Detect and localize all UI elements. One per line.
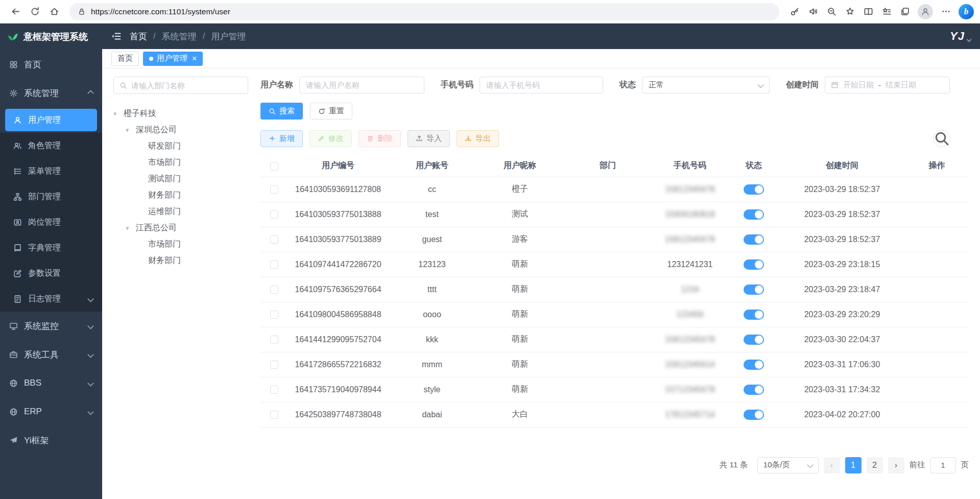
status-toggle[interactable] xyxy=(744,234,764,245)
next-page-button[interactable]: › xyxy=(888,457,904,473)
row-checkbox[interactable] xyxy=(270,210,278,219)
cell-phone: 15906180818 xyxy=(652,202,728,227)
export-button[interactable]: 导出 xyxy=(457,130,499,147)
row-checkbox[interactable] xyxy=(270,286,278,294)
tree-caret-icon[interactable]: ▾ xyxy=(126,126,136,134)
status-toggle[interactable] xyxy=(744,335,764,345)
tree-node[interactable]: 测试部门 xyxy=(113,171,248,187)
cell-user-id: 1641728665572216832 xyxy=(288,352,388,377)
row-checkbox[interactable] xyxy=(270,235,278,244)
select-all-checkbox[interactable] xyxy=(270,162,278,171)
sidebar-item-role-management[interactable]: 角色管理 xyxy=(0,133,102,158)
zoom-out-icon[interactable] xyxy=(822,3,841,21)
sidebar-item-bbs[interactable]: BBS xyxy=(0,369,102,397)
collections-icon[interactable] xyxy=(896,3,914,21)
cell-created: 2023-03-29 18:52:37 xyxy=(779,227,905,252)
row-checkbox[interactable] xyxy=(270,260,278,269)
sidebar-item-param-settings[interactable]: 参数设置 xyxy=(0,260,102,286)
key-icon[interactable] xyxy=(785,3,804,21)
favorites-icon[interactable] xyxy=(877,3,896,21)
prev-page-button[interactable]: ‹ xyxy=(824,457,840,473)
split-screen-icon[interactable] xyxy=(859,3,877,21)
tree-caret-icon[interactable]: ▾ xyxy=(126,224,136,232)
refresh-icon[interactable] xyxy=(26,3,44,21)
favorite-add-icon[interactable] xyxy=(841,3,859,21)
sidebar-item-user-management[interactable]: 用户管理 xyxy=(5,109,97,131)
home-icon[interactable] xyxy=(45,3,63,21)
breadcrumb-item[interactable]: 首页 xyxy=(130,31,147,42)
page-size-select[interactable]: 10条/页 xyxy=(757,457,819,473)
sidebar-item-dept-management[interactable]: 部门管理 xyxy=(0,184,102,209)
row-checkbox[interactable] xyxy=(270,311,278,319)
phone-input[interactable] xyxy=(480,77,603,93)
toggle-search-icon[interactable] xyxy=(933,130,950,147)
row-checkbox[interactable] xyxy=(270,361,278,369)
tree-node[interactable]: ▾橙子科技 xyxy=(113,105,248,122)
sidebar-toggle-icon[interactable] xyxy=(111,31,122,41)
dept-search[interactable] xyxy=(113,77,248,94)
reset-button[interactable]: 重置 xyxy=(310,103,352,120)
tree-node[interactable]: ▾深圳总公司 xyxy=(113,122,248,138)
tree-node[interactable]: 市场部门 xyxy=(113,154,248,171)
status-toggle[interactable] xyxy=(744,310,764,320)
tree-node[interactable]: 财务部门 xyxy=(113,187,248,203)
address-bar[interactable]: https://ccnetcore.com:1101/system/user xyxy=(69,3,779,20)
goto-page-input[interactable] xyxy=(930,457,956,473)
sidebar-item-system-management[interactable]: 系统管理 xyxy=(0,79,102,107)
delete-button[interactable]: 删除 xyxy=(358,130,401,147)
cell-user-id: 1641097441472286720 xyxy=(288,252,388,277)
status-toggle[interactable] xyxy=(744,259,764,270)
status-toggle[interactable] xyxy=(744,284,764,295)
cell-user-id: 1641098004586958848 xyxy=(288,302,388,327)
tab-home[interactable]: 首页 xyxy=(111,52,139,66)
page-size-value: 10条/页 xyxy=(763,460,791,470)
date-range-picker[interactable]: 开始日期 - 结束日期 xyxy=(825,77,950,93)
add-button[interactable]: 新增 xyxy=(260,130,303,147)
sidebar-item-menu-management[interactable]: 菜单管理 xyxy=(0,158,102,184)
sidebar-item-home[interactable]: 首页 xyxy=(0,50,102,79)
app-brand[interactable]: YJ xyxy=(950,30,971,43)
sidebar-item-erp[interactable]: ERP xyxy=(0,397,102,426)
status-toggle[interactable] xyxy=(744,184,764,195)
row-checkbox[interactable] xyxy=(270,386,278,394)
dept-search-input[interactable] xyxy=(131,81,242,90)
back-icon[interactable] xyxy=(6,3,25,21)
read-aloud-icon[interactable] xyxy=(804,3,822,21)
tree-node[interactable]: 市场部门 xyxy=(113,236,248,252)
page-button-1[interactable]: 1 xyxy=(845,457,862,473)
username-input[interactable] xyxy=(299,77,424,93)
edit-button[interactable]: 修改 xyxy=(309,130,352,147)
sidebar-item-yi-framework[interactable]: Yi框架 xyxy=(0,426,102,455)
sidebar-item-system-tools[interactable]: 系统工具 xyxy=(0,340,102,369)
more-icon[interactable] xyxy=(937,3,955,21)
breadcrumb-item[interactable]: 系统管理 xyxy=(162,31,197,42)
tree-caret-icon[interactable]: ▾ xyxy=(113,110,124,117)
row-checkbox[interactable] xyxy=(270,185,278,194)
status-toggle[interactable] xyxy=(744,360,764,370)
status-toggle[interactable] xyxy=(744,385,764,395)
page-button-2[interactable]: 2 xyxy=(867,457,883,473)
profile-avatar[interactable] xyxy=(918,4,933,19)
dept-tree: ▾橙子科技▾深圳总公司研发部门市场部门测试部门财务部门运维部门▾江西总公司市场部… xyxy=(113,105,248,269)
tree-node[interactable]: 财务部门 xyxy=(113,252,248,269)
tree-node[interactable]: 研发部门 xyxy=(113,138,248,154)
row-checkbox[interactable] xyxy=(270,411,278,419)
sidebar-item-system-monitor[interactable]: 系统监控 xyxy=(0,312,102,340)
tree-node[interactable]: 运维部门 xyxy=(113,203,248,220)
tab-close-icon[interactable]: × xyxy=(192,55,197,63)
sidebar-item-log-management[interactable]: 日志管理 xyxy=(0,286,102,312)
tab-user-management[interactable]: 用户管理× xyxy=(143,52,203,66)
copilot-icon[interactable]: b xyxy=(959,4,974,19)
search-button[interactable]: 搜索 xyxy=(260,103,303,120)
sidebar-item-post-management[interactable]: 岗位管理 xyxy=(0,209,102,235)
status-toggle[interactable] xyxy=(744,410,764,420)
status-toggle[interactable] xyxy=(744,209,764,220)
status-select[interactable]: 正常 xyxy=(642,77,770,93)
row-checkbox[interactable] xyxy=(270,336,278,344)
breadcrumb-item[interactable]: 用户管理 xyxy=(211,31,246,42)
tree-node[interactable]: ▾江西总公司 xyxy=(113,220,248,236)
tab-label: 用户管理 xyxy=(157,54,187,63)
sidebar-item-dict-management[interactable]: 字典管理 xyxy=(0,235,102,260)
import-button[interactable]: 导入 xyxy=(408,130,450,147)
phone-value: 123456 xyxy=(676,310,703,319)
